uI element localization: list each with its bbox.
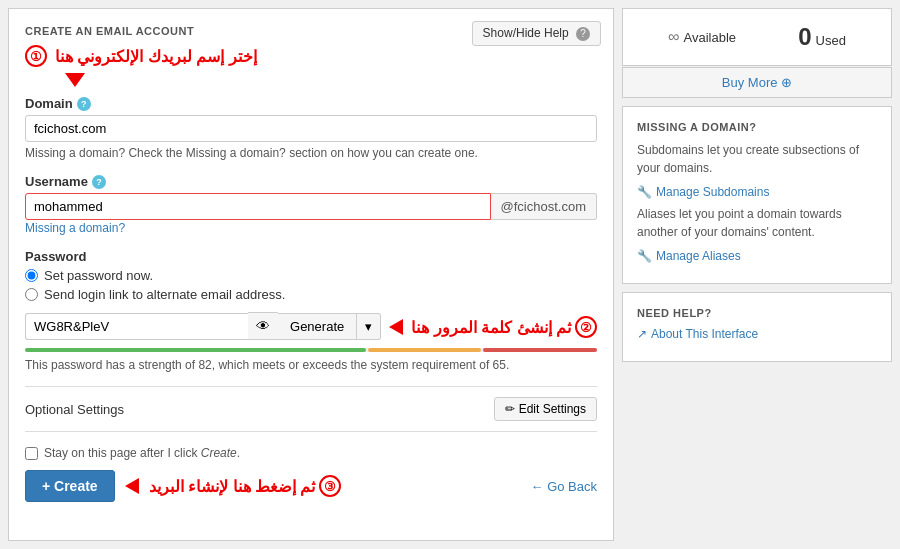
circle-3: ③ [319, 475, 341, 497]
radio-send-link[interactable]: Send login link to alternate email addre… [25, 287, 597, 302]
used-label: Used [816, 33, 846, 48]
strength-bar-orange [368, 348, 482, 352]
password-input[interactable] [25, 313, 248, 340]
generate-button[interactable]: Generate [278, 313, 357, 340]
wrench-icon-1: 🔧 [637, 185, 652, 199]
manage-aliases-link[interactable]: 🔧 Manage Aliases [637, 249, 877, 263]
domain-label: Domain ? [25, 96, 597, 111]
strength-bar [25, 348, 597, 352]
domain-select-wrapper: fcichost.com [25, 115, 597, 142]
go-back-link[interactable]: ← Go Back [531, 479, 597, 494]
annotation-text-2: ثم إنشئ كلمة المرور هنا [411, 318, 571, 337]
circle-2: ② [575, 316, 597, 338]
optional-settings-label: Optional Settings [25, 402, 124, 417]
show-hide-help-button[interactable]: Show/Hide Help ? [472, 21, 601, 46]
annotation-text-1: إختر إسم لبريدك الإلكتروني هنا [55, 47, 257, 66]
radio-set-now-input[interactable] [25, 269, 38, 282]
used-value: 0 [798, 23, 811, 51]
username-label: Username ? [25, 174, 597, 189]
create-button[interactable]: + Create [25, 470, 115, 502]
aliases-desc: Aliases let you point a domain towards a… [637, 205, 877, 241]
stay-on-page-label: Stay on this page after I click Create. [44, 446, 240, 460]
annotation-1: ① إختر إسم لبريدك الإلكتروني هنا [25, 45, 597, 67]
bottom-actions: Stay on this page after I click Create. … [25, 431, 597, 502]
domain-help-text: Missing a domain? Check the Missing a do… [25, 146, 597, 160]
annotation-3: ثم إضغط هنا لإنشاء البريد ③ [149, 475, 342, 497]
arrow-down-1 [65, 73, 85, 87]
annotation-2-row: 👁 Generate ▾ ثم إنشئ كلمة المرور هنا ② [25, 312, 597, 342]
available-label: Available [683, 30, 736, 45]
external-link-icon: ↗ [637, 327, 647, 341]
username-row: @fcichost.com [25, 193, 597, 220]
optional-settings: Optional Settings ✏ Edit Settings [25, 386, 597, 421]
missing-domain-section: MISSING A DOMAIN? Subdomains let you cre… [622, 106, 892, 284]
right-panel: ∞ Available 0 Used Buy More ⊕ MISSING A … [622, 8, 892, 541]
manage-subdomains-link[interactable]: 🔧 Manage Subdomains [637, 185, 877, 199]
domain-group: Domain ? fcichost.com Missing a domain? … [25, 96, 597, 160]
username-suffix: @fcichost.com [491, 193, 597, 220]
about-interface-link[interactable]: ↗ About This Interface [637, 327, 877, 341]
stay-on-page-checkbox[interactable] [25, 447, 38, 460]
missing-domain-title: MISSING A DOMAIN? [637, 121, 877, 133]
stay-checkbox-row: Stay on this page after I click Create. [25, 446, 597, 460]
radio-set-now[interactable]: Set password now. [25, 268, 597, 283]
missing-domain-link[interactable]: Missing a domain? [25, 221, 125, 235]
edit-settings-button[interactable]: ✏ Edit Settings [494, 397, 597, 421]
domain-info-icon[interactable]: ? [77, 97, 91, 111]
username-group: Username ? @fcichost.com Missing a domai… [25, 174, 597, 235]
password-input-row: 👁 Generate ▾ [25, 312, 381, 340]
generate-btn-group: Generate ▾ [278, 313, 381, 340]
circle-plus-icon: ⊕ [781, 75, 792, 90]
username-info-icon[interactable]: ? [92, 175, 106, 189]
password-radio-group: Set password now. Send login link to alt… [25, 268, 597, 302]
main-form-panel: CREATE AN EMAIL ACCOUNT Show/Hide Help ?… [8, 8, 614, 541]
available-stat: ∞ Available [668, 28, 736, 46]
infinity-icon: ∞ [668, 28, 679, 46]
need-help-title: NEED HELP? [637, 307, 877, 319]
strength-bar-green [25, 348, 366, 352]
need-help-section: NEED HELP? ↗ About This Interface [622, 292, 892, 362]
strength-bar-red [483, 348, 597, 352]
question-icon: ? [576, 27, 590, 41]
circle-1: ① [25, 45, 47, 67]
arrow-left-2 [389, 319, 403, 335]
show-password-button[interactable]: 👁 [248, 312, 278, 340]
used-stat: 0 Used [798, 23, 846, 51]
password-strength-text: This password has a strength of 82, whic… [25, 358, 597, 372]
wrench-icon-2: 🔧 [637, 249, 652, 263]
username-input[interactable] [25, 193, 491, 220]
arrow-left-3 [125, 478, 139, 494]
annotation-2: ثم إنشئ كلمة المرور هنا ② [411, 316, 597, 338]
generate-dropdown-button[interactable]: ▾ [357, 313, 381, 340]
domain-select[interactable]: fcichost.com [25, 115, 597, 142]
action-row: + Create ثم إضغط هنا لإنشاء البريد ③ ← G… [25, 470, 597, 502]
password-label: Password [25, 249, 597, 264]
missing-domain-desc: Subdomains let you create subsections of… [637, 141, 877, 177]
password-group: Password Set password now. Send login li… [25, 249, 597, 372]
pencil-icon: ✏ [505, 402, 515, 416]
stats-box: ∞ Available 0 Used [622, 8, 892, 66]
radio-send-link-input[interactable] [25, 288, 38, 301]
annotation-text-3: ثم إضغط هنا لإنشاء البريد [149, 477, 316, 496]
buy-more-button[interactable]: Buy More ⊕ [622, 67, 892, 98]
